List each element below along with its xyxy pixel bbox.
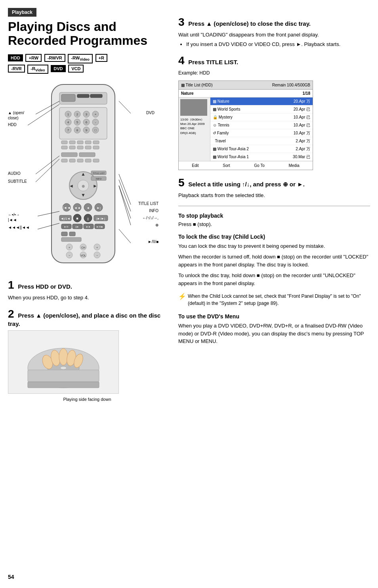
- svg-point-111: [60, 366, 67, 370]
- svg-text:7: 7: [67, 128, 69, 132]
- dvd-menu-body: When you play a DVD VIDEO, DVD+RW, DVD+R…: [178, 322, 370, 345]
- title-list-header-left: ▩ Title List (HDD): [181, 82, 213, 88]
- label-prev: ←•/•→|◄◄: [8, 212, 20, 222]
- step-2-title: Press ▲ (open/close), and place a disc o…: [8, 312, 160, 327]
- tip-icon: ⚡: [178, 293, 186, 300]
- svg-rect-41: [79, 153, 95, 157]
- svg-text:5: 5: [76, 121, 78, 124]
- svg-rect-34: [93, 141, 99, 144]
- badge-vcd: VCD: [68, 65, 84, 73]
- disc-badges: HDD +RW -RWVR -RWVideo +R -RVR -RVideo D…: [8, 54, 166, 75]
- title-list-box: ▩ Title List (HDD) Remain 100.4/500GB Na…: [178, 80, 313, 170]
- title-list-header-right: Remain 100.4/500GB: [272, 82, 310, 88]
- disc-image: [8, 330, 119, 394]
- svg-text:2: 2: [76, 113, 78, 116]
- child-lock-para1: You can lock the disc tray to prevent it…: [178, 242, 370, 250]
- title-list-content: 13:00（0h30m）Mon 20.Apr 2009BBC ONEDR(0.4…: [179, 98, 313, 161]
- page-title: Playing Discs and Recorded Programmes: [8, 20, 166, 48]
- title-row-6: Travel2.Apr 万: [210, 137, 313, 145]
- step-4: 4 Press TITLE LIST. Example: HDD ▩ Title…: [178, 54, 370, 170]
- svg-text:◄: ◄: [69, 183, 74, 189]
- title-row-4: ☺ Tennis10.Apr 已: [210, 121, 313, 129]
- svg-text:▼: ▼: [81, 192, 86, 198]
- badge-rw: +RW: [25, 54, 42, 62]
- step-5-title: Select a title using ↑/↓, and press ⊕ or…: [188, 181, 305, 188]
- svg-text:|►/►|: |►/►|: [96, 217, 105, 220]
- svg-text:►|: ►|: [97, 206, 101, 210]
- step-3-title: Press ▲ (open/close) to close the disc t…: [188, 20, 311, 27]
- label-playmode: ►/II/■: [148, 239, 158, 244]
- svg-rect-31: [69, 141, 75, 144]
- svg-text:TITLE LIST: TITLE LIST: [93, 172, 105, 174]
- step-1-number: 1: [8, 279, 14, 291]
- svg-text:+: +: [69, 246, 70, 249]
- footer-goto: Go To: [254, 163, 265, 169]
- svg-text:□: □: [95, 128, 97, 132]
- svg-rect-36: [69, 146, 75, 149]
- label-titlelist: TITLE LIST: [138, 201, 158, 206]
- badge-rvr: -RVR: [8, 65, 25, 73]
- stop-playback-header: To stop playback: [178, 213, 370, 219]
- svg-rect-2: [61, 94, 75, 102]
- disc-caption: Playing side facing down: [8, 397, 166, 402]
- svg-text:−: −: [96, 254, 98, 257]
- badge-rwvr: -RWVR: [44, 54, 65, 62]
- title-list-pagination: 1/18: [303, 90, 310, 96]
- svg-text:6: 6: [86, 121, 88, 124]
- step-1-body: When you press HDD, go to step 4.: [8, 294, 166, 302]
- step-1: 1 Press HDD or DVD. When you press HDD, …: [8, 279, 166, 302]
- title-list-header: ▩ Title List (HDD) Remain 100.4/500GB: [179, 81, 313, 90]
- section-divider: [178, 206, 370, 206]
- step-4-number: 4: [178, 54, 185, 67]
- svg-text:INFO: INFO: [96, 178, 102, 180]
- title-list-subheader: Nature 1/18: [179, 90, 313, 98]
- step-5-body: Playback starts from the selected title.: [178, 192, 370, 199]
- svg-rect-40: [61, 153, 77, 157]
- svg-rect-43: [69, 159, 75, 162]
- svg-text:|◄◄: |◄◄: [63, 206, 71, 210]
- footer-sort: Sort: [223, 163, 230, 169]
- svg-text:◄◄: ◄◄: [74, 206, 80, 210]
- label-subtitle: SUBTITLE: [8, 179, 27, 184]
- step-4-body: Example: HDD ▩ Title List (HDD) Remain 1…: [178, 69, 370, 170]
- svg-text:1: 1: [67, 113, 69, 116]
- label-nav: ←/↑/↓/→,: [142, 215, 158, 220]
- svg-rect-83: [69, 232, 75, 236]
- svg-text:−: −: [69, 254, 70, 257]
- svg-text:||►: ||►: [75, 226, 79, 228]
- svg-text:+: +: [96, 246, 98, 249]
- label-hdd: HDD: [8, 122, 17, 127]
- label-rwff: ◄◄◄||◄◄: [8, 225, 30, 230]
- title-list-rows: ▩ Nature20.Apr 万 ▩ World Sports20.Apr 已 …: [210, 98, 313, 161]
- svg-text:⊕: ⊕: [82, 184, 85, 188]
- step-3-number: 3: [178, 16, 185, 28]
- footer-edit: Edit: [192, 163, 199, 169]
- title-row-3: 🔒 Mystery10.Apr 已: [210, 113, 313, 121]
- step-3-bullet: If you insert a DVD VIDEO or VIDEO CD, p…: [186, 40, 370, 48]
- child-lock-para2: When the recorder is turned off, hold do…: [178, 253, 370, 268]
- svg-rect-32: [77, 141, 83, 144]
- svg-text:►: ►: [93, 183, 97, 189]
- step-5: 5 Select a title using ↑/↓, and press ⊕ …: [178, 176, 370, 199]
- svg-text:8: 8: [76, 128, 78, 132]
- remote-svg: 1 2 3 + 4 5 6 - 7 8 9 □: [40, 80, 127, 267]
- label-open-close: ▲ (open/close): [8, 110, 36, 121]
- page-number: 54: [8, 574, 14, 580]
- child-lock-header: To lock the disc tray (Child Lock): [178, 234, 370, 240]
- step-2-number: 2: [8, 308, 14, 320]
- title-list-col-name: Nature: [181, 90, 194, 96]
- svg-text:◄|/1◄: ◄|/1◄: [61, 217, 71, 220]
- child-lock-para3: To unlock the disc tray, hold down ■ (st…: [178, 272, 370, 287]
- label-dvd: DVD: [146, 110, 155, 115]
- step-4-title: Press TITLE LIST.: [188, 59, 238, 65]
- label-enter: ⊕: [155, 222, 158, 228]
- title-row-7: ▩ World Tour-Asia 22.Apr 万: [210, 145, 313, 153]
- step-4-subtitle: Example: HDD: [178, 69, 370, 77]
- badge-rvideo: -RVideo: [27, 65, 48, 74]
- svg-rect-38: [85, 146, 91, 149]
- svg-text:CH: CH: [81, 246, 85, 249]
- badge-rwvideo: -RWVideo: [68, 54, 93, 63]
- svg-rect-33: [85, 141, 91, 144]
- disc-illustration: [12, 332, 115, 392]
- svg-text:4: 4: [67, 121, 69, 124]
